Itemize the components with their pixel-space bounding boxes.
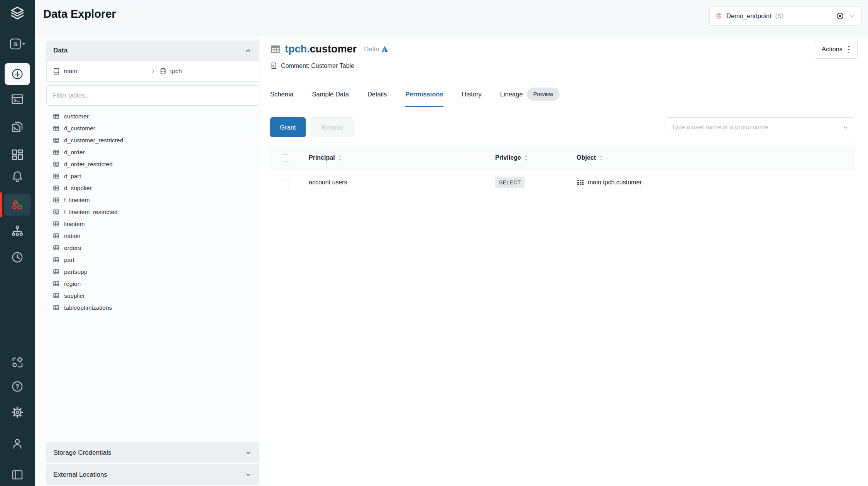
tab-label: Lineage [500, 91, 523, 98]
table-list-item[interactable]: d_customer_restricted [46, 134, 259, 146]
comment-row: Comment: Customer Table [270, 62, 354, 69]
table-name: partsupp [64, 268, 87, 275]
grant-button[interactable]: Grant [270, 117, 306, 137]
table-icon [53, 185, 59, 191]
sidebar-item-user-account[interactable] [0, 437, 35, 450]
clock-icon [11, 251, 24, 264]
tab-details[interactable]: Details [367, 81, 387, 107]
sort-icon[interactable] [599, 155, 603, 161]
table-list-item[interactable]: d_supplier [46, 182, 259, 194]
section-label: Storage Credentials [53, 449, 111, 457]
sidebar-item-partner-connect[interactable] [0, 356, 35, 369]
table-list: customerd_customerd_customer_restrictedd… [46, 110, 259, 314]
persona-switcher[interactable]: S [0, 36, 35, 52]
sidebar-divider [8, 30, 26, 30]
chevron-up-icon[interactable] [244, 46, 252, 55]
sort-icon[interactable] [524, 155, 528, 161]
table-list-item[interactable]: d_part [46, 170, 259, 182]
table-list-item[interactable]: f_lineitem_restricted [46, 206, 259, 218]
table-list-item[interactable]: part [46, 254, 259, 266]
app-sidebar: S [0, 0, 35, 486]
endpoint-name: Demo_endpoint [726, 12, 772, 20]
tab-permissions[interactable]: Permissions [405, 81, 443, 107]
table-name: nation [64, 233, 80, 240]
table-list-item[interactable]: supplier [46, 290, 259, 302]
table-list-item[interactable]: region [46, 278, 259, 290]
breadcrumb-schema[interactable]: tpch [159, 68, 182, 75]
tab-label: Sample Data [312, 91, 349, 98]
column-header-privilege[interactable]: Privilege [495, 154, 577, 161]
sidebar-item-help[interactable]: ? [0, 380, 35, 393]
row-checkbox[interactable] [282, 179, 289, 186]
storage-credentials-section[interactable]: Storage Credentials [46, 442, 259, 463]
format-label: Delta [364, 46, 379, 53]
permissions-table-body: account usersSELECTmain.tpch.customer [270, 170, 855, 195]
column-label: Object [577, 154, 596, 161]
table-icon [53, 233, 59, 239]
table-name: orders [64, 245, 81, 251]
table-name: part [64, 256, 74, 263]
entity-table-name: customer [310, 43, 357, 55]
queries-icon [11, 120, 24, 133]
endpoint-selector[interactable]: Demo_endpoint (S) [709, 7, 861, 25]
table-icon [53, 292, 59, 299]
sidebar-item-data-explorer[interactable] [4, 194, 30, 216]
schema-name: tpch [170, 68, 182, 75]
breadcrumb-catalog[interactable]: main [52, 68, 150, 75]
view-icon [53, 161, 59, 167]
sidebar-item-queries[interactable] [0, 120, 35, 133]
sidebar-item-settings[interactable] [0, 406, 35, 419]
table-list-item[interactable]: customer [46, 110, 259, 122]
help-icon: ? [11, 380, 24, 393]
partner-connect-icon [11, 356, 24, 369]
sidebar-item-sql-editor[interactable] [0, 93, 35, 106]
sidebar-item-workflows[interactable] [0, 224, 35, 238]
table-list-item[interactable]: f_lineitem [46, 194, 259, 206]
create-button[interactable] [5, 63, 30, 85]
endpoint-stop-icon[interactable] [836, 12, 844, 20]
principal-search-select[interactable] [665, 117, 855, 137]
tab-schema[interactable]: Schema [270, 81, 294, 107]
table-icon [53, 113, 59, 120]
table-name: tableoptimizations [64, 304, 112, 311]
table-list-item[interactable]: d_order [46, 146, 259, 158]
sql-editor-icon [11, 93, 24, 106]
sidebar-item-alerts[interactable] [0, 170, 35, 183]
column-label: Privilege [495, 154, 521, 161]
breadcrumb: main tpch [46, 61, 259, 82]
external-locations-section[interactable]: External Locations [46, 464, 259, 485]
table-list-item[interactable]: partsupp [46, 266, 259, 278]
table-list-item[interactable]: orders [46, 242, 259, 254]
table-list-item[interactable]: tableoptimizations [46, 302, 259, 314]
filter-tables-input[interactable] [46, 85, 259, 106]
table-list-item[interactable]: d_customer [46, 122, 259, 134]
table-list-item[interactable]: lineitem [46, 218, 259, 230]
sidebar-divider [8, 190, 26, 190]
actions-button[interactable]: Actions [814, 40, 858, 59]
table-icon [577, 179, 584, 186]
table-icon [53, 304, 59, 311]
table-name: d_order [64, 149, 85, 156]
principal-search-input[interactable] [672, 124, 842, 131]
tab-history[interactable]: History [462, 81, 482, 107]
sidebar-divider [8, 58, 26, 58]
table-icon [53, 268, 59, 275]
table-name: supplier [64, 292, 85, 299]
data-panel-header[interactable]: Data [46, 40, 259, 61]
select-all-checkbox[interactable] [282, 154, 289, 162]
column-header-object[interactable]: Object [577, 154, 855, 161]
chevron-down-icon[interactable] [849, 13, 856, 20]
table-icon [53, 256, 59, 263]
sidebar-item-dashboards[interactable] [0, 148, 35, 161]
tab-lineage[interactable]: LineagePreview [500, 81, 560, 107]
sort-icon[interactable] [338, 155, 342, 161]
sidebar-item-query-history[interactable] [0, 251, 35, 264]
principal-cell: account users [309, 179, 347, 186]
table-list-item[interactable]: nation [46, 230, 259, 242]
tab-sample-data[interactable]: Sample Data [312, 81, 349, 107]
catalog-icon [52, 68, 60, 75]
sidebar-collapse-toggle[interactable] [0, 468, 35, 481]
table-list-item[interactable]: d_order_restricted [46, 158, 259, 170]
column-header-principal[interactable]: Principal [309, 154, 495, 161]
revoke-button[interactable]: Revoke [311, 117, 354, 137]
